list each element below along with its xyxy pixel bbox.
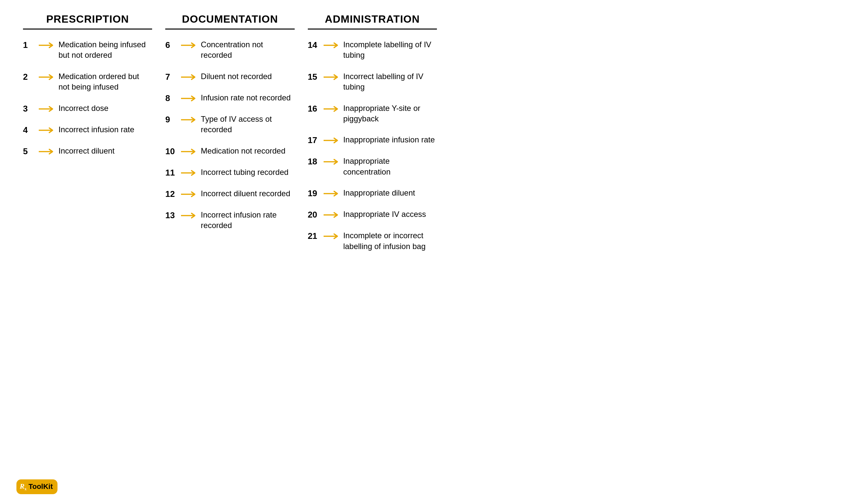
item-number: 15 [308,71,324,82]
list-item: 10 Medication not recorded [165,146,294,157]
item-text: Incorrect dose [58,103,152,113]
arrow-icon [39,103,58,112]
item-text: Inappropriate concentration [343,156,437,177]
arrow-svg [39,148,56,155]
arrow-icon [324,71,343,80]
item-number: 4 [23,124,39,135]
arrow-svg [39,106,56,112]
arrow-icon [324,134,343,144]
item-number: 14 [308,39,324,50]
list-item: 14 Incomplete labelling of IV tubing [308,39,437,61]
arrow-svg [181,212,198,219]
arrow-icon [181,146,201,155]
main-content: PRESCRIPTION1 Medication being infused b… [16,13,444,262]
arrow-svg [39,74,56,80]
item-number: 5 [23,146,39,157]
item-text: Incomplete or incorrect labelling of inf… [343,230,437,252]
arrow-svg [181,42,198,49]
arrow-svg [181,191,198,198]
arrow-icon [181,39,201,49]
item-text: Incorrect infusion rate recorded [201,210,294,231]
item-text: Incorrect infusion rate [58,124,152,135]
item-number: 20 [308,209,324,220]
arrow-icon [324,156,343,165]
arrow-icon [324,209,343,218]
arrow-icon [324,39,343,49]
item-text: Medication not recorded [201,146,294,156]
list-item: 6 Concentration not recorded [165,39,294,61]
list-item: 11 Incorrect tubing recorded [165,167,294,178]
arrow-svg [181,116,198,123]
item-text: Inappropriate diluent [343,188,437,198]
list-item: 9 Type of IV access ot recorded [165,114,294,135]
item-number: 17 [308,134,324,145]
item-number: 21 [308,230,324,241]
item-text: Type of IV access ot recorded [201,114,294,135]
item-number: 9 [165,114,181,125]
item-text: Incorrect tubing recorded [201,167,294,178]
arrow-svg [181,74,198,80]
arrow-icon [39,146,58,155]
list-item: 21 Incomplete or incorrect labelling of … [308,230,437,252]
item-text: Diluent not recorded [201,71,294,82]
item-number: 19 [308,188,324,199]
arrow-icon [39,39,58,49]
column-prescription: PRESCRIPTION1 Medication being infused b… [16,13,159,262]
item-text: Incomplete labelling of IV tubing [343,39,437,61]
arrow-svg [324,190,341,197]
item-number: 16 [308,103,324,114]
header-administration: ADMINISTRATION [308,13,437,30]
arrow-svg [324,137,341,144]
arrow-icon [181,210,201,219]
list-item: 16 Inappropriate Y-site or piggyback [308,103,437,124]
item-number: 18 [308,156,324,167]
item-number: 2 [23,71,39,82]
arrow-icon [181,188,201,198]
item-text: Concentration not recorded [201,39,294,61]
list-item: 8 Infusion rate not recorded [165,92,294,103]
arrow-icon [181,71,201,80]
arrow-icon [181,114,201,123]
item-text: Medication being infused but not ordered [58,39,152,61]
item-number: 11 [165,167,181,178]
arrow-svg [324,159,341,165]
arrow-svg [39,127,56,133]
list-item: 12 Incorrect diluent recorded [165,188,294,199]
arrow-svg [181,95,198,102]
item-text: Inappropriate Y-site or piggyback [343,103,437,124]
arrow-svg [324,212,341,218]
item-text: Medication ordered but not being infused [58,71,152,92]
arrow-svg [324,74,341,80]
list-item: 13 Incorrect infusion rate recorded [165,210,294,231]
item-number: 1 [23,39,39,50]
list-item: 5 Incorrect diluent [23,146,152,157]
list-item: 1 Medication being infused but not order… [23,39,152,61]
item-text: Incorrect labelling of IV tubing [343,71,437,92]
item-text: Inappropriate infusion rate [343,134,437,145]
arrow-icon [39,71,58,80]
list-item: 4 Incorrect infusion rate [23,124,152,135]
header-prescription: PRESCRIPTION [23,13,152,30]
list-item: 20 Inappropriate IV access [308,209,437,220]
item-number: 13 [165,210,181,220]
item-number: 7 [165,71,181,82]
arrow-svg [324,42,341,49]
arrow-icon [324,103,343,112]
arrow-icon [39,124,58,133]
list-item: 18 Inappropriate concentration [308,156,437,177]
list-item: 7 Diluent not recorded [165,71,294,82]
item-number: 12 [165,188,181,199]
arrow-svg [181,148,198,155]
arrow-svg [181,169,198,176]
item-text: Infusion rate not recorded [201,92,294,103]
arrow-svg [39,42,56,49]
list-item: 19 Inappropriate diluent [308,188,437,199]
item-number: 8 [165,92,181,103]
item-number: 10 [165,146,181,157]
list-item: 17 Inappropriate infusion rate [308,134,437,145]
arrow-svg [324,106,341,112]
item-text: Incorrect diluent recorded [201,188,294,199]
arrow-icon [324,188,343,197]
item-text: Incorrect diluent [58,146,152,156]
arrow-svg [324,233,341,239]
